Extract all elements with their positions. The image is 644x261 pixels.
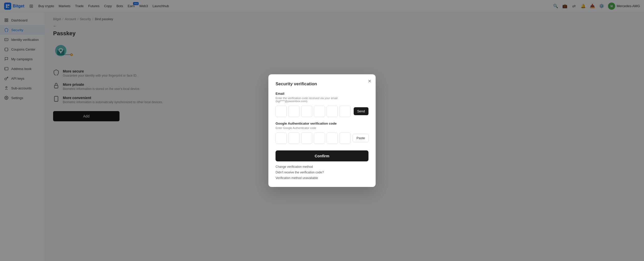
verification-unavailable-link[interactable]: Verification method unavailable: [276, 176, 368, 180]
email-label: Email: [276, 92, 368, 96]
send-email-button[interactable]: Send: [354, 107, 368, 115]
modal-title: Security verification: [276, 81, 368, 87]
security-verification-modal: Security verification ✕ Email Enter the …: [268, 74, 376, 187]
google-input-4[interactable]: [314, 133, 325, 144]
google-input-5[interactable]: [327, 133, 338, 144]
email-input-5[interactable]: [327, 106, 338, 117]
google-code-row: Paste: [276, 133, 368, 144]
email-code-box-6[interactable]: [339, 106, 351, 117]
email-code-box-2[interactable]: [288, 106, 300, 117]
google-code-box-1[interactable]: [276, 133, 287, 144]
modal-footer-links: Change verification method Didn't receiv…: [276, 165, 368, 180]
email-code-row: Send: [276, 106, 368, 117]
email-input-6[interactable]: [340, 106, 350, 117]
google-auth-label: Google Authenticator verification code: [276, 122, 368, 125]
didnt-receive-code-link[interactable]: Didn't receive the verification code?: [276, 171, 368, 174]
google-input-6[interactable]: [340, 133, 350, 144]
change-verification-method-link[interactable]: Change verification method: [276, 165, 368, 169]
google-input-3[interactable]: [301, 133, 312, 144]
email-code-box-5[interactable]: [327, 106, 338, 117]
modal-close-button[interactable]: ✕: [368, 78, 372, 84]
email-input-1[interactable]: [276, 106, 287, 117]
google-code-box-4[interactable]: [314, 133, 325, 144]
google-code-box-5[interactable]: [327, 133, 338, 144]
modal-overlay[interactable]: Security verification ✕ Email Enter the …: [0, 0, 644, 261]
email-section: Email Enter the verification code receiv…: [276, 92, 368, 117]
email-input-2[interactable]: [289, 106, 299, 117]
google-input-2[interactable]: [289, 133, 299, 144]
google-auth-hint: Enter Google Authenticator code: [276, 126, 368, 129]
email-input-3[interactable]: [301, 106, 312, 117]
email-code-boxes: [276, 106, 352, 117]
email-input-4[interactable]: [314, 106, 325, 117]
confirm-button[interactable]: Confirm: [276, 150, 368, 161]
email-code-box-1[interactable]: [276, 106, 287, 117]
paste-button[interactable]: Paste: [353, 134, 369, 142]
google-code-boxes: [276, 133, 351, 144]
google-auth-section: Google Authenticator verification code E…: [276, 122, 368, 144]
email-hint: Enter the verification code received via…: [276, 97, 368, 103]
google-code-box-2[interactable]: [288, 133, 300, 144]
email-code-box-3[interactable]: [301, 106, 312, 117]
email-code-box-4[interactable]: [314, 106, 325, 117]
google-code-box-6[interactable]: [339, 133, 351, 144]
google-code-box-3[interactable]: [301, 133, 312, 144]
google-input-1[interactable]: [276, 133, 287, 144]
